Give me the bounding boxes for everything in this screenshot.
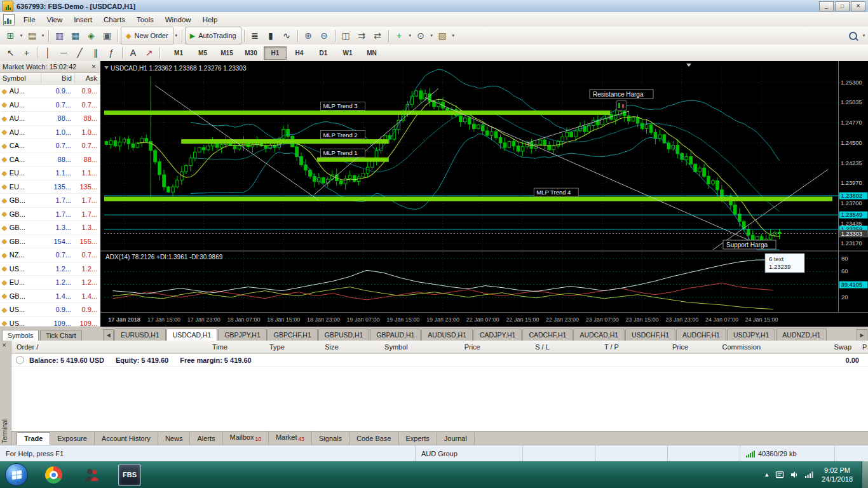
arrows-icon[interactable]: ↗ [141,45,157,60]
market-watch-row[interactable]: ◆US...109...109... [0,317,100,327]
volume-icon[interactable] [790,470,799,479]
line-chart-icon[interactable]: ∿ [279,28,295,43]
terminal-tab-news[interactable]: News [158,433,191,445]
market-watch-icon[interactable]: ▥ [51,28,67,43]
menu-charts[interactable]: Charts [98,13,131,26]
chart-tab-gbpjpy-h1[interactable]: GBPJPY,H1 [218,329,266,341]
action-center-icon[interactable] [775,470,784,479]
terminal-column-symbol[interactable]: Symbol [344,341,414,353]
market-watch-close-icon[interactable]: ✕ [90,64,98,70]
cursor-icon[interactable]: ↖ [3,45,18,60]
terminal-icon[interactable]: ▣ [99,28,115,43]
chart-shift-icon[interactable]: ⇄ [370,28,386,43]
timeframe-w1[interactable]: W1 [336,46,359,60]
terminal-column-price[interactable]: Price [414,341,486,353]
chart-tab-cadjpy-h1[interactable]: CADJPY,H1 [473,329,522,341]
timeframe-m15[interactable]: M15 [215,46,238,60]
terminal-column-commission[interactable]: Commission [694,341,766,353]
indicators-icon[interactable]: + [391,28,407,43]
timeframe-m30[interactable]: M30 [240,46,262,60]
timeframe-mn[interactable]: MN [360,46,383,60]
network-icon[interactable] [804,470,813,479]
market-watch-row[interactable]: ◆CA...88...88... [0,153,100,167]
market-watch-row[interactable]: ◆NZ...0.7...0.7... [0,248,100,262]
periods-icon-dropdown[interactable]: ▾ [429,29,435,43]
search-dropdown-icon[interactable]: ▾ [861,29,867,43]
new-chart-icon[interactable]: ⊞ [3,28,18,43]
taskbar-clock[interactable]: 9:02 PM 24/1/2018 [819,466,853,484]
tile-windows-icon[interactable]: ◫ [338,28,354,43]
navigator-icon[interactable]: ◈ [83,28,99,43]
terminal-tab-account-history[interactable]: Account History [95,433,158,445]
text-label-icon[interactable]: A [125,45,141,60]
profiles-icon[interactable]: ▤ [24,28,40,43]
tabs-scroll-left-icon[interactable]: ◀ [103,329,114,341]
crosshair-icon[interactable]: + [18,45,34,60]
terminal-tab-alerts[interactable]: Alerts [190,433,222,445]
terminal-column-size[interactable]: Size [290,341,344,353]
market-watch-row[interactable]: ◆GB...1.7...1.7... [0,208,100,222]
profiles-icon-dropdown[interactable]: ▾ [40,29,46,43]
chart-tab-usdchf-h1[interactable]: USDCHF,H1 [625,329,675,341]
terminal-column-s-l[interactable]: S / L [486,341,555,353]
market-watch-row[interactable]: ◆US...1.2...1.2... [0,262,100,276]
new-order-button[interactable]: ◆New Order [121,27,173,44]
chart-tab-audusd-h1[interactable]: AUDUSD,H1 [421,329,473,341]
menu-insert[interactable]: Insert [68,13,98,26]
chart-tab-usdjpy-h1[interactable]: USDJPY,H1 [727,329,775,341]
menu-tools[interactable]: Tools [131,13,159,26]
new-chart-icon-dropdown[interactable]: ▾ [18,29,24,43]
market-watch-row[interactable]: ◆GB...1.7...1.7... [0,194,100,208]
market-watch-row[interactable]: ◆GB...154...155... [0,235,100,249]
taskbar-app-fbs[interactable]: FBS [118,463,141,486]
terminal-tab-trade[interactable]: Trade [17,432,50,445]
market-watch-row[interactable]: ◆AU...88...88... [0,112,100,126]
terminal-column-profit[interactable]: Profit [857,341,868,353]
periods-icon[interactable]: ⊙ [413,28,429,43]
templates-icon[interactable]: ▧ [435,28,451,43]
terminal-tab-experts[interactable]: Experts [399,433,437,445]
menu-window[interactable]: Window [159,13,197,26]
market-watch-row[interactable]: ◆EU...1.1...1.1... [0,166,100,180]
market-watch-row[interactable]: ◆EU...1.2...1.2... [0,276,100,290]
chart-tab-gbpaud-h1[interactable]: GBPAUD,H1 [370,329,421,341]
market-watch-row[interactable]: ◆EU...135...135... [0,180,100,194]
menu-help[interactable]: Help [197,13,224,26]
chart-tab-gbpusd-h1[interactable]: GBPUSD,H1 [318,329,370,341]
fibonacci-icon[interactable]: ƒ [104,45,119,60]
terminal-column-time[interactable]: Time [152,341,233,353]
market-watch-tab-tick-chart[interactable]: Tick Chart [40,330,81,341]
zoom-in-icon[interactable]: ⊕ [301,28,316,43]
market-watch-row[interactable]: ◆US...0.9...0.9... [0,303,100,317]
trendline-icon[interactable]: ╱ [72,45,88,60]
indicators-icon-dropdown[interactable]: ▾ [407,29,413,43]
menu-view[interactable]: View [41,13,69,26]
search-icon[interactable] [845,28,861,43]
close-button[interactable]: ✕ [851,1,865,11]
column-header-symbol[interactable]: Symbol [0,73,41,84]
chart-canvas[interactable]: 17 Jan 201817 Jan 15:0017 Jan 23:0018 Ja… [100,61,868,327]
timeframe-d1[interactable]: D1 [312,46,335,60]
terminal-tab-exposure[interactable]: Exposure [50,433,94,445]
market-watch-row[interactable]: ◆GB...1.4...1.4... [0,290,100,304]
auto-scroll-icon[interactable]: ⇉ [354,28,370,43]
market-watch-row[interactable]: ◆CA...0.7...0.7... [0,139,100,153]
start-button[interactable] [5,463,28,486]
show-desktop-button[interactable] [862,461,868,488]
chart-tab-usdcad-h1[interactable]: USDCAD,H1 [166,329,218,341]
column-header-ask[interactable]: Ask [75,73,100,84]
column-header-bid[interactable]: Bid [41,73,75,84]
horizontal-line-icon[interactable]: ─ [56,45,72,60]
terminal-tab-journal[interactable]: Journal [437,433,475,445]
zoom-out-icon[interactable]: ⊖ [316,28,332,43]
candlestick-chart-icon[interactable]: ▮ [263,28,279,43]
hidden-icons-arrow[interactable]: ▲ [764,471,770,478]
market-watch-row[interactable]: ◆AU...1.0...1.0... [0,126,100,140]
bar-chart-icon[interactable]: ≣ [247,28,263,43]
market-watch-row[interactable]: ◆AU...0.7...0.7... [0,98,100,112]
chart-tab-gbpchf-h1[interactable]: GBPCHF,H1 [268,329,318,341]
menu-file[interactable]: File [18,13,41,26]
equidistant-channel-icon[interactable]: ∥ [88,45,104,60]
taskbar-app-chrome[interactable] [42,463,65,486]
terminal-column-t-p[interactable]: T / P [555,341,625,353]
